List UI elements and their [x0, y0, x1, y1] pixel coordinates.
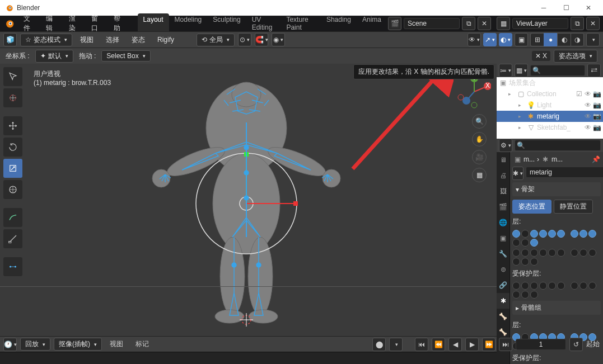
pan-icon[interactable]: ✋ [472, 132, 487, 146]
scene-browse-icon[interactable]: 🎬 [388, 17, 401, 30]
autokey-icon[interactable]: ⬤ [372, 338, 386, 351]
tab-uv[interactable]: UV Editing [246, 13, 281, 34]
ptab-viewlayer[interactable]: 🖼 [497, 183, 509, 199]
timeline-view[interactable]: 视图 [105, 337, 128, 351]
camera-icon[interactable]: 🎥 [472, 150, 487, 164]
tool-cursor[interactable] [3, 88, 22, 107]
ptab-constraints[interactable]: 🔗 [497, 277, 509, 293]
gizmo-dropdown[interactable]: ↗ [483, 33, 497, 46]
camera-icon[interactable]: 📷 [593, 90, 601, 98]
window-close-button[interactable]: ✕ [578, 1, 599, 15]
snap-dropdown[interactable]: 🧲 [255, 33, 268, 46]
autokey-dropdown[interactable] [389, 338, 403, 351]
overlay-dropdown[interactable]: ◐ [499, 33, 512, 46]
next-key-icon[interactable]: ⏩ [482, 338, 496, 351]
tab-shading[interactable]: Shading [321, 13, 357, 34]
ptab-world[interactable]: 🌐 [497, 215, 509, 230]
viewlayer-name-field[interactable] [512, 18, 568, 29]
viewlayer-delete-icon[interactable]: ✕ [586, 17, 600, 30]
tool-measure[interactable] [3, 229, 22, 248]
keying-dropdown[interactable]: 抠像(插帧) [54, 338, 102, 351]
viewlayer-browse-icon[interactable]: ▦ [497, 17, 510, 30]
play-rev-icon[interactable]: ◀ [448, 338, 462, 351]
datablock-browse[interactable]: ✱ [512, 167, 523, 180]
tab-modeling[interactable]: Modeling [169, 13, 208, 34]
viewlayer-copy-icon[interactable]: ⧉ [571, 17, 584, 30]
pose-position-button[interactable]: 姿态位置 [512, 200, 551, 214]
nav-gizmo[interactable]: X Y [457, 75, 491, 108]
tab-layout[interactable]: Layout [138, 13, 169, 34]
breadcrumb-data[interactable]: m... [551, 155, 563, 163]
viewport-3d[interactable]: 应用更改结果，沿 X 轴的相反方向匹配骨骼. 用户透视 (1) metarig … [0, 64, 497, 336]
tab-sculpting[interactable]: Sculpting [207, 13, 246, 34]
ptab-armature[interactable]: ✱ [497, 293, 509, 309]
ptab-modifiers[interactable]: 🔧 [497, 246, 509, 262]
camera-icon[interactable]: 📷 [593, 124, 601, 131]
shading-options-dropdown[interactable] [586, 33, 600, 46]
frame-range-icon[interactable]: ↺ [569, 338, 583, 351]
playback-dropdown[interactable]: 回放 [20, 338, 50, 351]
panel-bonegroups[interactable]: ▸骨骼组 [512, 301, 601, 315]
outliner-filter-icon[interactable]: ⮂ [587, 64, 601, 77]
tab-anima[interactable]: Anima [357, 13, 387, 34]
ptab-scene[interactable]: 🎬 [497, 199, 509, 215]
shading-wireframe-icon[interactable]: ⊞ [530, 33, 544, 46]
proportional-dropdown[interactable]: ◉ [272, 33, 285, 46]
window-minimize-button[interactable]: ─ [534, 1, 554, 15]
tool-transform[interactable] [3, 180, 22, 199]
tool-annotate[interactable] [3, 208, 22, 227]
disclosure-icon[interactable] [517, 124, 525, 131]
scene-name-field[interactable] [404, 18, 460, 29]
ptab-physics[interactable]: ⊚ [497, 262, 509, 277]
tool-select[interactable] [3, 67, 22, 86]
properties-type-dropdown[interactable]: ⚙ [499, 139, 512, 152]
coord-dropdown[interactable]: ✦默认 [35, 50, 73, 63]
layer-buttons-row2[interactable] [512, 249, 601, 266]
orientation-dropdown[interactable]: ⟲全局 [197, 34, 235, 46]
outliner-filter-dropdown[interactable]: ▦ [515, 64, 528, 77]
outliner[interactable]: ▣场景集合 ▢Collection☑👁📷 💡Light👁📷 ✱metarig👁📷… [497, 77, 603, 139]
scene-delete-icon[interactable]: ✕ [478, 17, 491, 30]
drag-dropdown[interactable]: Select Box [101, 50, 150, 62]
panel-skeleton[interactable]: ▾骨架 [512, 182, 601, 196]
ptab-output[interactable]: 🖨 [497, 168, 509, 183]
zoom-icon[interactable]: 🔍 [472, 114, 487, 129]
pivot-dropdown[interactable]: ⊙ [238, 33, 251, 46]
outliner-display-dropdown[interactable]: ≔ [499, 64, 512, 77]
pin-icon[interactable]: 📌 [592, 155, 600, 163]
shading-material-icon[interactable]: ◐ [557, 33, 571, 46]
camera-icon[interactable]: 📷 [593, 112, 601, 120]
tree-collection[interactable]: ▢Collection☑👁📷 [497, 88, 603, 100]
tree-light[interactable]: 💡Light👁📷 [497, 100, 603, 111]
menu-pose[interactable]: 姿态 [127, 33, 149, 47]
prev-key-icon[interactable]: ⏪ [432, 338, 445, 351]
menu-rigify[interactable]: Rigify [153, 34, 179, 46]
protected-layer-buttons[interactable] [512, 282, 601, 299]
tab-texture[interactable]: Texture Paint [281, 13, 321, 34]
properties-search[interactable] [515, 140, 601, 151]
layer-buttons[interactable] [512, 230, 601, 247]
window-maximize-button[interactable]: ☐ [556, 1, 576, 15]
ptab-object[interactable]: ▣ [497, 230, 509, 246]
timeline-marker[interactable]: 标记 [131, 337, 153, 351]
disclosure-icon[interactable] [507, 90, 515, 98]
rest-position-button[interactable]: 静置位置 [554, 200, 593, 214]
pose-options-dropdown[interactable]: 姿态选项 [554, 50, 597, 63]
disclosure-icon[interactable] [517, 101, 525, 109]
shading-solid-icon[interactable]: ● [544, 33, 557, 46]
perspective-icon[interactable]: ▦ [472, 168, 487, 182]
tool-scale[interactable] [3, 159, 22, 178]
tree-sketchfab[interactable]: ▽Sketchfab_👁📷 [497, 122, 603, 133]
eye-icon[interactable]: 👁 [584, 90, 592, 98]
camera-icon[interactable]: 📷 [593, 101, 601, 109]
tree-metarig[interactable]: ✱metarig👁📷 [497, 111, 603, 122]
eye-icon[interactable]: 👁 [584, 101, 592, 109]
mode-dropdown[interactable]: ☆姿态模式 [20, 34, 72, 46]
current-frame-field[interactable] [516, 339, 566, 350]
eye-icon[interactable]: 👁 [584, 124, 592, 131]
datablock-name[interactable] [526, 167, 603, 178]
scene-copy-icon[interactable]: ⧉ [462, 17, 475, 30]
jump-start-icon[interactable]: ⏮ [415, 338, 428, 351]
visibility-dropdown[interactable]: 👁 [468, 33, 481, 46]
ptab-bone[interactable]: 🦴 [497, 309, 509, 324]
